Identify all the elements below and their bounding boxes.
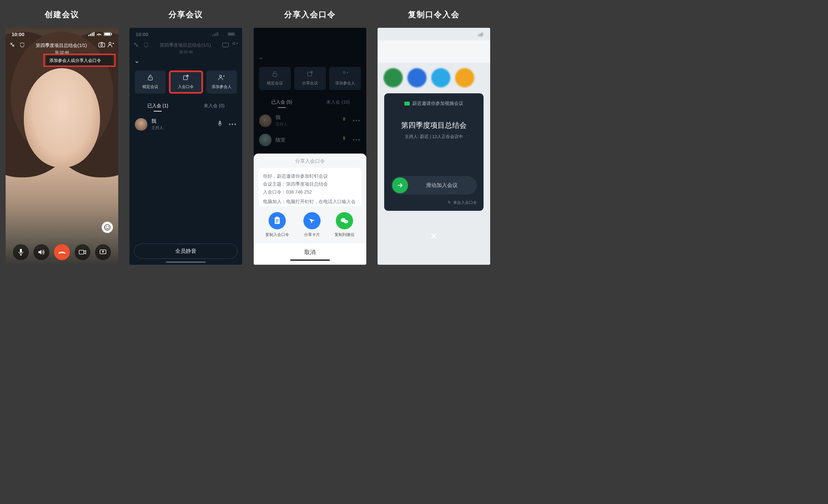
lock-meeting-button[interactable]: 锁定会议 <box>135 71 166 94</box>
wifi-icon <box>220 32 225 37</box>
minimize-icon[interactable] <box>10 42 15 49</box>
invite-text-body: 你好，蔚迟邀请你参加钉钉会议 会议主题：第四季度项目总结会 入会口令：038 7… <box>258 168 362 206</box>
copy-wechat-label: 复制到微信 <box>334 232 355 238</box>
avatar <box>259 134 272 146</box>
lock-meeting-label: 锁定会议 <box>267 80 283 86</box>
slide-to-join[interactable]: 滑动加入会议 <box>391 176 477 195</box>
share-meeting-label: 分享会议 <box>302 80 318 86</box>
share-screen-button[interactable] <box>95 244 111 260</box>
add-participant-button[interactable]: 添加参会人 <box>329 67 361 90</box>
column-title-share-code: 分享入会口令 <box>284 9 336 20</box>
video-icon <box>404 102 410 105</box>
app-shortcut <box>407 68 426 87</box>
clock-text: 10:00 <box>11 32 24 37</box>
svg-point-30 <box>343 72 345 74</box>
camera-switch-icon[interactable] <box>222 42 229 49</box>
mic-icon[interactable] <box>217 121 222 128</box>
app-shortcut <box>431 68 450 87</box>
status-bar: 10:00 <box>129 28 242 40</box>
more-icon: ••• <box>353 137 361 144</box>
svg-point-12 <box>108 226 109 227</box>
participant-row: 陆宜 ••• <box>258 130 362 149</box>
participant-role: 主持人 <box>151 125 163 131</box>
close-button[interactable]: ✕ <box>430 231 438 241</box>
more-icon[interactable]: ••• <box>229 121 237 128</box>
add-participant-icon[interactable] <box>232 42 238 49</box>
participant-role: 主持人 <box>276 122 288 127</box>
tab-not-joined[interactable]: 未入会 (0) <box>186 99 242 113</box>
avatar <box>135 118 148 131</box>
phone-screen-create-meeting: 10:00 <box>6 28 118 265</box>
mic-icon <box>341 117 347 125</box>
slide-label: 滑动加入会议 <box>408 182 475 189</box>
join-code-label: 入会口令 <box>178 84 194 90</box>
svg-point-39 <box>345 221 346 222</box>
mute-button[interactable] <box>13 244 29 260</box>
camera-toggle-button[interactable] <box>75 244 90 260</box>
more-icon: ••• <box>353 118 361 125</box>
svg-point-40 <box>346 221 347 222</box>
svg-point-10 <box>105 225 110 230</box>
mute-all-button[interactable]: 全员静音 <box>134 243 238 259</box>
add-participant-button[interactable]: 添加参会人 <box>206 71 237 94</box>
chevron-down-icon[interactable]: ⌄ <box>258 53 264 60</box>
svg-point-8 <box>101 44 103 46</box>
reactions-button[interactable] <box>102 222 113 233</box>
column-title-share-meeting: 分享会议 <box>169 9 203 20</box>
participant-name: 我 <box>151 118 163 125</box>
svg-rect-0 <box>88 35 89 36</box>
minimize-icon[interactable] <box>133 42 139 49</box>
participant-row[interactable]: 我 主持人 ••• <box>133 115 238 134</box>
tab-joined[interactable]: 已入会 (5) <box>254 95 310 109</box>
highlight-add-participant: 添加参会人或分享入会口令 <box>43 54 116 67</box>
wifi-icon <box>96 32 102 37</box>
column-title-copy-join: 复制口令入会 <box>408 9 460 20</box>
svg-rect-13 <box>20 249 22 253</box>
svg-rect-3 <box>93 32 94 36</box>
svg-point-38 <box>344 219 344 220</box>
share-code-icon <box>183 75 189 82</box>
hangup-button[interactable] <box>54 244 70 260</box>
copy-code-label: 复制入会口令 <box>265 232 289 238</box>
speaker-button[interactable] <box>34 244 49 260</box>
tab-joined[interactable]: 已入会 (1) <box>129 99 186 113</box>
add-person-icon <box>342 71 348 79</box>
dingtalk-icon <box>303 212 321 229</box>
phone-screen-share-code: ⌄ 锁定会议 分享会议 添加参会人 已入会 (5) 未入会 (10) <box>254 28 366 265</box>
invite-line: 会议主题：第四季度项目总结会 <box>263 180 357 188</box>
svg-rect-17 <box>214 34 215 36</box>
app-shortcut <box>455 68 474 87</box>
unlock-icon <box>272 71 278 79</box>
invite-source-text: 来自入会口令 <box>453 200 477 205</box>
signal-icon <box>88 32 94 37</box>
svg-rect-31 <box>343 117 345 121</box>
share-card-button[interactable]: 分享卡片 <box>303 212 321 238</box>
lock-meeting-label: 锁定会议 <box>142 84 158 90</box>
svg-point-23 <box>233 42 235 44</box>
clipboard-icon <box>268 212 286 229</box>
add-person-icon <box>218 75 225 82</box>
svg-rect-43 <box>482 33 483 36</box>
camera-switch-icon[interactable] <box>98 42 105 49</box>
share-meeting-button[interactable]: 分享会议 <box>294 67 326 90</box>
share-card-label: 分享卡片 <box>304 232 320 238</box>
add-participant-icon[interactable] <box>108 42 114 49</box>
svg-rect-1 <box>90 34 91 36</box>
svg-point-11 <box>106 226 107 227</box>
join-code-button[interactable]: 入会口令 <box>169 71 203 94</box>
lock-meeting-button[interactable]: 锁定会议 <box>259 67 291 90</box>
copy-wechat-button[interactable]: 复制到微信 <box>334 212 355 238</box>
copy-code-button[interactable]: 复制入会口令 <box>265 212 289 238</box>
chevron-down-icon[interactable]: ⌄ <box>134 57 140 64</box>
svg-rect-22 <box>222 43 229 47</box>
svg-point-9 <box>109 42 111 44</box>
slide-knob[interactable] <box>392 177 408 193</box>
share-sheet: 分享入会口令 你好，蔚迟邀请你参加钉钉会议 会议主题：第四季度项目总结会 入会口… <box>254 153 366 265</box>
clock-text: 10:00 <box>135 32 148 37</box>
tab-not-joined[interactable]: 未入会 (10) <box>310 95 366 109</box>
participant-row: 我 主持人 ••• <box>258 111 362 130</box>
svg-rect-7 <box>99 43 105 47</box>
column-title-create: 创建会议 <box>45 9 79 20</box>
battery-icon <box>104 32 112 37</box>
invite-line: 电脑加入：电脑打开钉钉，在电话入口输入会议码 <box>263 198 357 206</box>
